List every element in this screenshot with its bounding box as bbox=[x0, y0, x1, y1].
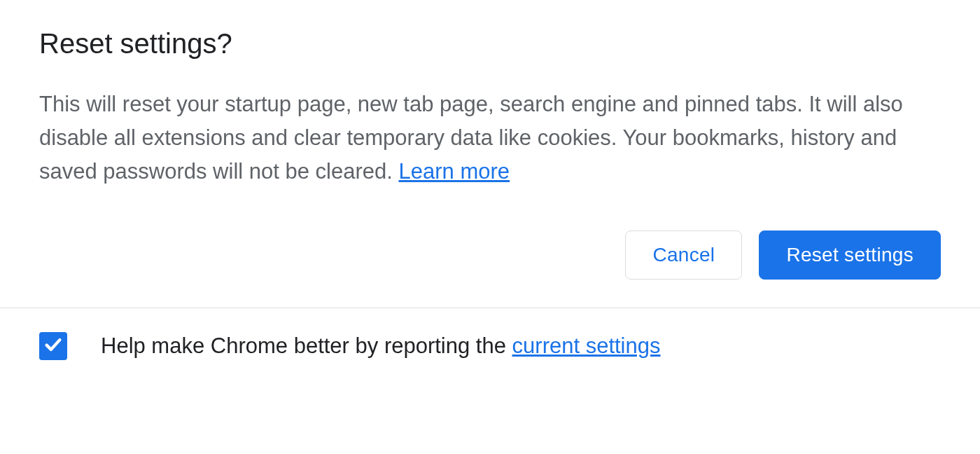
checkmark-icon bbox=[43, 334, 64, 358]
footer-text: Help make Chrome better by reporting the… bbox=[101, 333, 661, 359]
learn-more-link[interactable]: Learn more bbox=[398, 159, 510, 184]
cancel-button[interactable]: Cancel bbox=[625, 231, 742, 280]
report-settings-checkbox[interactable] bbox=[39, 332, 67, 360]
reset-settings-button[interactable]: Reset settings bbox=[759, 231, 941, 280]
dialog-title: Reset settings? bbox=[39, 28, 941, 60]
dialog-content: Reset settings? This will reset your sta… bbox=[0, 0, 980, 211]
dialog-actions: Cancel Reset settings bbox=[0, 211, 980, 308]
current-settings-link[interactable]: current settings bbox=[512, 333, 661, 358]
footer-text-prefix: Help make Chrome better by reporting the bbox=[101, 333, 512, 358]
dialog-footer: Help make Chrome better by reporting the… bbox=[0, 308, 980, 384]
reset-settings-dialog: Reset settings? This will reset your sta… bbox=[0, 0, 980, 454]
dialog-body: This will reset your startup page, new t… bbox=[39, 88, 941, 188]
